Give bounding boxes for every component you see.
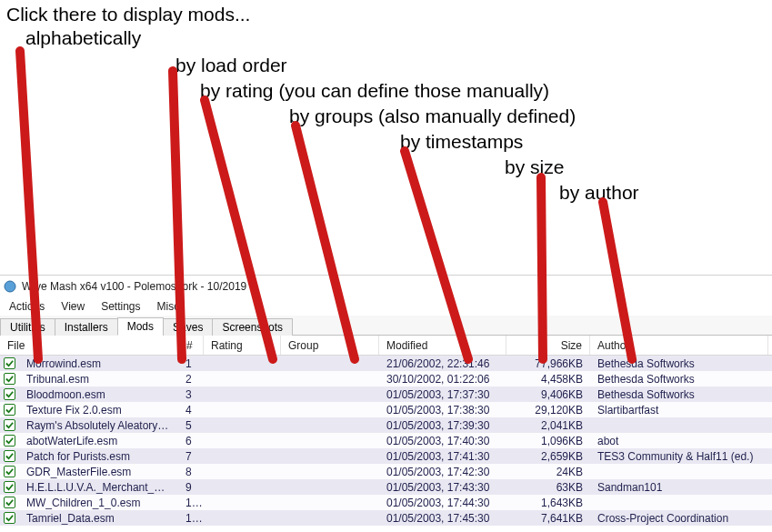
column-header-number[interactable]: # bbox=[179, 336, 204, 355]
cell-author: Slartibartfast bbox=[590, 404, 768, 417]
cell-size: 1,643KB bbox=[506, 497, 590, 509]
tabs-row: Utilities Installers Mods Saves Screensh… bbox=[0, 316, 772, 336]
cell-size: 2,041KB bbox=[506, 419, 590, 432]
table-row[interactable]: GDR_MasterFile.esm801/05/2003, 17:42:302… bbox=[0, 464, 772, 479]
cell-author: TES3 Community & Half11 (ed.) bbox=[590, 450, 768, 463]
menu-view[interactable]: View bbox=[54, 298, 92, 315]
cell-size: 4,458KB bbox=[506, 373, 590, 386]
menu-misc[interactable]: Misc bbox=[150, 298, 187, 315]
annotation-label-time: by timestamps bbox=[400, 131, 523, 153]
column-header-modified[interactable]: Modified bbox=[379, 336, 506, 355]
cell-size: 9,406KB bbox=[506, 388, 590, 401]
column-header-rating[interactable]: Rating bbox=[204, 336, 281, 355]
cell-number: 5 bbox=[178, 419, 204, 432]
table-row[interactable]: Patch for Purists.esm701/05/2003, 17:41:… bbox=[0, 448, 772, 464]
annotation-label-rating: by rating (you can define those manually… bbox=[200, 80, 549, 102]
cell-modified: 30/10/2002, 01:22:06 bbox=[379, 373, 506, 386]
column-header-size[interactable]: Size bbox=[506, 336, 590, 355]
cell-number: 4 bbox=[178, 404, 204, 417]
cell-number: 1 bbox=[178, 357, 204, 370]
table-row[interactable]: MW_Children_1_0.esm1001/05/2003, 17:44:3… bbox=[0, 495, 772, 510]
cell-file: Tamriel_Data.esm bbox=[19, 512, 178, 525]
table-row[interactable]: Tamriel_Data.esm1101/05/2003, 17:45:307,… bbox=[0, 510, 772, 526]
row-checkbox[interactable] bbox=[4, 404, 15, 416]
cell-modified: 01/05/2003, 17:38:30 bbox=[379, 404, 506, 417]
table-row[interactable]: Texture Fix 2.0.esm401/05/2003, 17:38:30… bbox=[0, 402, 772, 417]
annotation-label-size: by size bbox=[505, 156, 564, 178]
cell-author: Bethesda Softworks bbox=[590, 357, 768, 370]
svg-point-7 bbox=[5, 281, 15, 292]
menubar: Actions View Settings Misc bbox=[0, 297, 772, 316]
cell-modified: 01/05/2003, 17:37:30 bbox=[379, 388, 506, 401]
row-checkbox[interactable] bbox=[4, 450, 15, 462]
cell-size: 29,120KB bbox=[506, 404, 590, 417]
cell-file: abotWaterLife.esm bbox=[19, 435, 178, 447]
cell-number: 3 bbox=[178, 388, 204, 401]
cell-file: Patch for Purists.esm bbox=[19, 450, 178, 463]
tab-screenshots[interactable]: Screenshots bbox=[212, 318, 293, 336]
cell-file: Morrowind.esm bbox=[19, 357, 178, 370]
cell-author: Sandman101 bbox=[590, 481, 768, 494]
annotation-label-group: by groups (also manually defined) bbox=[289, 105, 576, 127]
row-checkbox[interactable] bbox=[4, 466, 15, 477]
row-checkbox[interactable] bbox=[4, 388, 15, 400]
annotation-label-order: by load order bbox=[175, 55, 287, 76]
cell-file: Raym's Absolutely Aleatory Acc... bbox=[19, 419, 178, 432]
cell-number: 10 bbox=[178, 497, 204, 509]
annotation-title: Click there to display mods... bbox=[6, 4, 250, 25]
table-row[interactable]: abotWaterLife.esm601/05/2003, 17:40:301,… bbox=[0, 433, 772, 448]
row-checkbox[interactable] bbox=[4, 419, 15, 431]
table-row[interactable]: Raym's Absolutely Aleatory Acc...501/05/… bbox=[0, 417, 772, 433]
app-window: Wrye Mash x64 v100 - Polemos fork - 10/2… bbox=[0, 275, 772, 532]
cell-number: 7 bbox=[178, 450, 204, 463]
column-header-author[interactable]: Author bbox=[590, 336, 768, 355]
cell-author: Bethesda Softworks bbox=[590, 373, 768, 386]
cell-file: GDR_MasterFile.esm bbox=[19, 466, 178, 478]
cell-modified: 01/05/2003, 17:40:30 bbox=[379, 435, 506, 447]
cell-file: H.E.L.L.U.V.A._Merchant_Contai... bbox=[19, 481, 178, 494]
row-checkbox[interactable] bbox=[4, 357, 15, 369]
column-header-group[interactable]: Group bbox=[281, 336, 379, 355]
cell-number: 2 bbox=[178, 373, 204, 386]
app-icon bbox=[4, 280, 16, 293]
table-row[interactable]: H.E.L.L.U.V.A._Merchant_Contai...901/05/… bbox=[0, 479, 772, 495]
cell-number: 8 bbox=[178, 466, 204, 478]
menu-settings[interactable]: Settings bbox=[94, 298, 147, 315]
tab-installers[interactable]: Installers bbox=[55, 318, 118, 336]
cell-modified: 21/06/2002, 22:31:46 bbox=[379, 357, 506, 370]
cell-file: Texture Fix 2.0.esm bbox=[19, 404, 178, 417]
window-titlebar: Wrye Mash x64 v100 - Polemos fork - 10/2… bbox=[0, 276, 772, 297]
cell-modified: 01/05/2003, 17:41:30 bbox=[379, 450, 506, 463]
row-checkbox[interactable] bbox=[4, 512, 15, 524]
tab-utilities[interactable]: Utilities bbox=[0, 318, 55, 336]
cell-modified: 01/05/2003, 17:39:30 bbox=[379, 419, 506, 432]
menu-actions[interactable]: Actions bbox=[2, 298, 52, 315]
cell-file: MW_Children_1_0.esm bbox=[19, 497, 178, 509]
window-title-text: Wrye Mash x64 v100 - Polemos fork - 10/2… bbox=[22, 280, 246, 293]
cell-author: abot bbox=[590, 435, 768, 447]
table-row[interactable]: Tribunal.esm230/10/2002, 01:22:064,458KB… bbox=[0, 371, 772, 386]
cell-author: Cross-Project Coordination bbox=[590, 512, 768, 525]
cell-modified: 01/05/2003, 17:45:30 bbox=[379, 512, 506, 525]
cell-file: Tribunal.esm bbox=[19, 373, 178, 386]
row-checkbox[interactable] bbox=[4, 373, 15, 385]
tab-saves[interactable]: Saves bbox=[163, 318, 213, 336]
cell-file: Bloodmoon.esm bbox=[19, 388, 178, 401]
table-row[interactable]: Morrowind.esm121/06/2002, 22:31:4677,966… bbox=[0, 356, 772, 371]
row-checkbox[interactable] bbox=[4, 481, 15, 493]
annotation-label-file: alphabetically bbox=[25, 27, 141, 49]
cell-size: 77,966KB bbox=[506, 357, 590, 370]
cell-number: 9 bbox=[178, 481, 204, 494]
cell-size: 7,641KB bbox=[506, 512, 590, 525]
cell-size: 63KB bbox=[506, 481, 590, 494]
row-checkbox[interactable] bbox=[4, 497, 15, 508]
cell-modified: 01/05/2003, 17:42:30 bbox=[379, 466, 506, 478]
table-row[interactable]: Bloodmoon.esm301/05/2003, 17:37:309,406K… bbox=[0, 386, 772, 402]
row-checkbox[interactable] bbox=[4, 435, 15, 447]
cell-size: 1,096KB bbox=[506, 435, 590, 447]
tab-mods[interactable]: Mods bbox=[117, 317, 164, 336]
mods-list: Morrowind.esm121/06/2002, 22:31:4677,966… bbox=[0, 356, 772, 526]
column-header-file[interactable]: File bbox=[0, 336, 179, 355]
cell-number: 6 bbox=[178, 435, 204, 447]
cell-modified: 01/05/2003, 17:43:30 bbox=[379, 481, 506, 494]
